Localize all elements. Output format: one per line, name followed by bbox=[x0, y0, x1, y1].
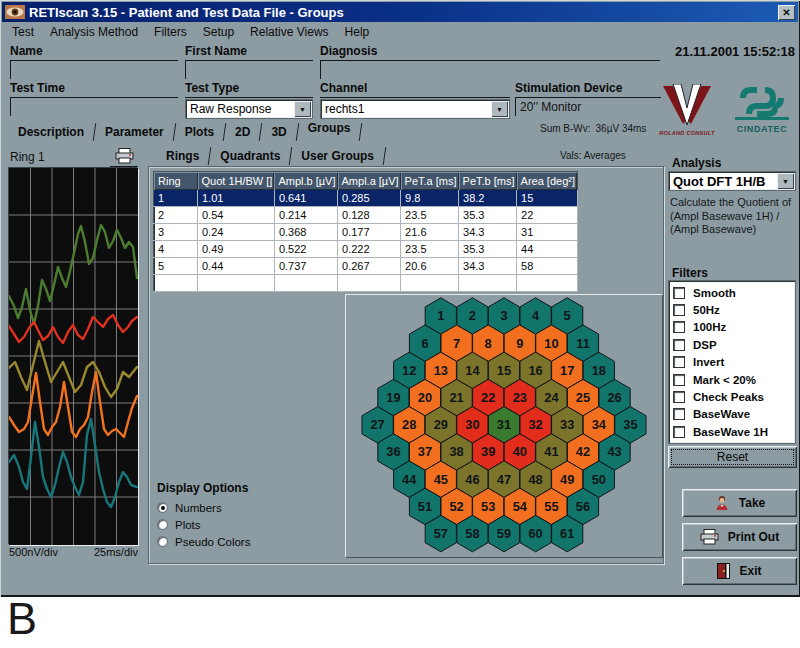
checkbox-icon[interactable] bbox=[673, 287, 685, 299]
tab-description[interactable]: Description bbox=[8, 125, 94, 139]
menu-bar: TestAnalysis MethodFiltersSetupRelative … bbox=[4, 23, 377, 41]
table-cell: 34.3 bbox=[459, 258, 517, 275]
hexagon-field-map[interactable]: 1234567891011121314151617181920212223242… bbox=[345, 294, 663, 558]
menu-item-analysis-method[interactable]: Analysis Method bbox=[42, 25, 146, 39]
checkbox-icon[interactable] bbox=[673, 391, 685, 403]
checkbox-icon[interactable] bbox=[673, 426, 685, 438]
svg-text:19: 19 bbox=[386, 390, 400, 405]
cindatec-logo: CINDATEC bbox=[731, 84, 793, 134]
print-chart-button[interactable] bbox=[110, 145, 138, 167]
stimulation-device-field: Stimulation Device 20'' Monitor bbox=[515, 81, 661, 116]
radio-icon[interactable] bbox=[157, 502, 168, 513]
ring-title: Ring 1 bbox=[10, 150, 45, 164]
table-cell: 0.24 bbox=[198, 224, 275, 241]
svg-text:32: 32 bbox=[528, 417, 542, 432]
name-value[interactable] bbox=[10, 61, 178, 79]
diagnosis-value[interactable] bbox=[320, 61, 660, 79]
filter-option-basewave-1h[interactable]: BaseWave 1H bbox=[673, 423, 795, 440]
figure-label: B bbox=[7, 596, 37, 641]
table-row[interactable]: 40.490.5220.22223.535.344 bbox=[154, 241, 578, 258]
svg-text:44: 44 bbox=[402, 472, 417, 487]
subtab-user-groups[interactable]: User Groups bbox=[291, 149, 384, 163]
table-cell: 0.737 bbox=[274, 258, 337, 275]
filter-option-mark-20[interactable]: Mark < 20% bbox=[673, 371, 795, 388]
filter-option-invert[interactable]: Invert bbox=[673, 354, 795, 371]
table-cell: 0.177 bbox=[338, 224, 401, 241]
filter-option-dsp[interactable]: DSP bbox=[673, 336, 795, 353]
chevron-down-icon[interactable]: ▼ bbox=[294, 101, 311, 117]
checkbox-icon[interactable] bbox=[673, 408, 685, 420]
subtab-rings[interactable]: Rings bbox=[156, 149, 209, 163]
tab-3d[interactable]: 3D bbox=[261, 125, 296, 139]
menu-item-setup[interactable]: Setup bbox=[195, 25, 242, 39]
table-cell: 0.222 bbox=[338, 241, 401, 258]
checkbox-icon[interactable] bbox=[673, 339, 685, 351]
tab-groups[interactable]: Groups bbox=[298, 121, 361, 135]
menu-item-test[interactable]: Test bbox=[4, 25, 42, 39]
test-time-field[interactable]: Test Time bbox=[10, 81, 178, 116]
column-header-quot-1h-bw: Quot 1H/BW [] bbox=[198, 172, 275, 190]
channel-dropdown[interactable]: rechts1 ▼ bbox=[320, 99, 510, 119]
tab-parameter[interactable]: Parameter bbox=[95, 125, 174, 139]
table-cell bbox=[459, 275, 517, 292]
chevron-down-icon[interactable]: ▼ bbox=[777, 173, 794, 189]
svg-text:59: 59 bbox=[497, 526, 511, 541]
table-cell: 44 bbox=[517, 241, 578, 258]
table-row[interactable]: 11.010.6410.2859.838.215 bbox=[154, 190, 578, 207]
close-button[interactable]: ✕ bbox=[778, 5, 795, 20]
menu-item-relative-views[interactable]: Relative Views bbox=[242, 25, 336, 39]
filter-option-basewave[interactable]: BaseWave bbox=[673, 406, 795, 423]
rings-table[interactable]: RingQuot 1H/BW []Ampl.b [µV]Ampl.a [µV]P… bbox=[153, 171, 578, 292]
table-row[interactable]: 20.540.2140.12823.535.322 bbox=[154, 207, 578, 224]
radio-icon[interactable] bbox=[157, 519, 168, 530]
first-name-field[interactable]: First Name bbox=[185, 44, 313, 79]
tab-plots[interactable]: Plots bbox=[175, 125, 224, 139]
display-option-plots[interactable]: Plots bbox=[157, 516, 250, 533]
menu-item-help[interactable]: Help bbox=[337, 25, 378, 39]
exit-button[interactable]: Exit bbox=[682, 557, 797, 585]
display-option-numbers[interactable]: Numbers bbox=[157, 499, 250, 516]
display-options-label: Display Options bbox=[157, 481, 250, 495]
reset-button[interactable]: Reset bbox=[668, 446, 797, 468]
name-field[interactable]: Name bbox=[10, 44, 178, 79]
table-row[interactable]: 30.240.3680.17721.634.331 bbox=[154, 224, 578, 241]
checkbox-icon[interactable] bbox=[673, 321, 685, 333]
table-cell: 23.5 bbox=[401, 207, 459, 224]
analysis-description: Calculate the Quotient of (Ampl Basewave… bbox=[670, 196, 800, 237]
filter-option-100hz[interactable]: 100Hz bbox=[673, 319, 795, 336]
main-tabs: DescriptionParameterPlots2D3DGroups bbox=[8, 121, 361, 143]
menu-item-filters[interactable]: Filters bbox=[146, 25, 195, 39]
chevron-down-icon[interactable]: ▼ bbox=[491, 101, 508, 117]
svg-text:6: 6 bbox=[421, 336, 428, 351]
filter-option-smooth[interactable]: Smooth bbox=[673, 284, 795, 301]
svg-text:46: 46 bbox=[465, 472, 479, 487]
table-cell: 35.3 bbox=[459, 241, 517, 258]
subtab-quadrants[interactable]: Quadrants bbox=[210, 149, 290, 163]
test-type-dropdown[interactable]: Raw Response ▼ bbox=[185, 99, 313, 119]
filter-option-check-peaks[interactable]: Check Peaks bbox=[673, 388, 795, 405]
wave-scale-labels: 500nV/div 25ms/div bbox=[9, 546, 138, 558]
first-name-value[interactable] bbox=[185, 61, 313, 79]
column-header-ring: Ring bbox=[154, 172, 198, 190]
test-time-value[interactable] bbox=[10, 98, 178, 116]
svg-text:18: 18 bbox=[592, 363, 606, 378]
filter-option-50hz[interactable]: 50Hz bbox=[673, 301, 795, 318]
print-out-button[interactable]: Print Out bbox=[682, 523, 797, 551]
exit-door-icon bbox=[717, 563, 730, 579]
diagnosis-field[interactable]: Diagnosis bbox=[320, 44, 660, 79]
table-cell: 0.522 bbox=[274, 241, 337, 258]
checkbox-icon[interactable] bbox=[673, 356, 685, 368]
svg-text:16: 16 bbox=[528, 363, 542, 378]
table-row[interactable]: 50.440.7370.26720.634.358 bbox=[154, 258, 578, 275]
checkbox-icon[interactable] bbox=[673, 374, 685, 386]
waveform-chart[interactable] bbox=[9, 168, 138, 545]
radio-icon[interactable] bbox=[157, 536, 168, 547]
svg-text:26: 26 bbox=[607, 390, 621, 405]
take-button[interactable]: Take bbox=[682, 489, 797, 517]
tab-2d[interactable]: 2D bbox=[225, 125, 260, 139]
analysis-dropdown[interactable]: Quot DFT 1H/B ▼ bbox=[668, 171, 796, 191]
analysis-label: Analysis bbox=[672, 156, 721, 170]
display-option-pseudo-colors[interactable]: Pseudo Colors bbox=[157, 533, 250, 550]
checkbox-icon[interactable] bbox=[673, 304, 685, 316]
svg-text:56: 56 bbox=[576, 499, 590, 514]
